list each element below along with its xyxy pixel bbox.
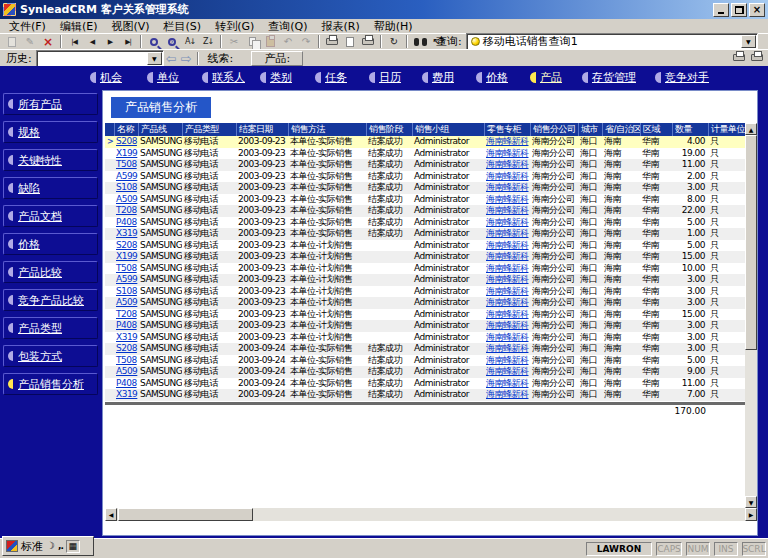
table-row[interactable]: A509SAMSUNG移动电话2003-09-23本单位-实际销售结案成功Adm… (105, 194, 745, 206)
scroll-up-button[interactable]: ▲ (745, 123, 757, 135)
cell-name[interactable]: T508 (114, 159, 138, 171)
table-row[interactable]: X199SAMSUNG移动电话2003-09-23本单位-计划销售Adminis… (105, 251, 745, 263)
cell-name[interactable]: A509 (114, 194, 138, 206)
find-button[interactable] (411, 34, 429, 49)
cell-retail_counter[interactable]: 海南蜂新科 (484, 355, 530, 367)
table-row[interactable]: T508SAMSUNG移动电话2003-09-24本单位-实际销售结案成功Adm… (105, 355, 745, 367)
table-row[interactable]: P408SAMSUNG移动电话2003-09-24本单位-实际销售结案成功Adm… (105, 378, 745, 390)
horizontal-scroll-thumb[interactable] (118, 508, 253, 521)
tab-competitor[interactable]: 竞争对手 (655, 70, 709, 85)
menu-file[interactable]: 文件(F) (2, 19, 53, 34)
cell-retail_counter[interactable]: 海南蜂新科 (484, 148, 530, 160)
table-row[interactable]: A509SAMSUNG移动电话2003-09-23本单位-计划销售Adminis… (105, 297, 745, 309)
table-row[interactable]: A599SAMSUNG移动电话2003-09-23本单位-计划销售Adminis… (105, 274, 745, 286)
cell-name[interactable]: A599 (114, 274, 138, 286)
cell-retail_counter[interactable]: 海南蜂新科 (484, 378, 530, 390)
column-header-city[interactable]: 城市 (578, 123, 602, 136)
cell-retail_counter[interactable]: 海南蜂新科 (484, 240, 530, 252)
table-row[interactable]: X319SAMSUNG移动电话2003-09-24本单位-实际销售结案成功Adm… (105, 389, 745, 401)
horizontal-scrollbar[interactable]: ◀ ▶ (105, 508, 757, 521)
refresh-button[interactable]: ↻ (385, 34, 403, 49)
table-row[interactable]: >S208SAMSUNG移动电话2003-09-23本单位-实际销售结案成功Ad… (105, 136, 745, 148)
scroll-left-button[interactable]: ◀ (105, 508, 117, 521)
column-header-region[interactable]: 区域 (640, 123, 672, 136)
table-row[interactable]: A509SAMSUNG移动电话2003-09-24本单位-实际销售结案成功Adm… (105, 366, 745, 378)
input-method-icon[interactable] (6, 540, 18, 552)
cell-name[interactable]: A509 (114, 366, 138, 378)
menu-edit[interactable]: 编辑(E) (53, 19, 105, 34)
table-row[interactable]: P408SAMSUNG移动电话2003-09-23本单位-实际销售结案成功Adm… (105, 217, 745, 229)
table-row[interactable]: S108SAMSUNG移动电话2003-09-23本单位-计划销售Adminis… (105, 286, 745, 298)
cell-name[interactable]: X319 (114, 389, 138, 401)
scroll-right-button[interactable]: ▶ (745, 508, 757, 521)
history-dropdown-arrow[interactable]: ▼ (147, 52, 162, 65)
cell-name[interactable]: T508 (114, 355, 138, 367)
tab-task[interactable]: 任务 (315, 70, 347, 85)
sidebar-item-price[interactable]: 价格 (3, 233, 98, 255)
cell-name[interactable]: T208 (114, 205, 138, 217)
vertical-scroll-thumb[interactable] (745, 135, 757, 350)
sidebar-item-product-docs[interactable]: 产品文档 (3, 205, 98, 227)
tab-product[interactable]: 产品 (530, 70, 562, 85)
cell-retail_counter[interactable]: 海南蜂新科 (484, 251, 530, 263)
soft-keyboard-icon[interactable]: ▦ (66, 540, 80, 553)
cell-name[interactable]: X199 (114, 148, 138, 160)
tab-account[interactable]: 单位 (147, 70, 179, 85)
cell-name[interactable]: X319 (114, 228, 138, 240)
first-record-button[interactable]: |◀ (65, 34, 83, 49)
cell-retail_counter[interactable]: 海南蜂新科 (484, 366, 530, 378)
tab-calendar[interactable]: 日历 (369, 70, 401, 85)
history-combobox[interactable]: ▼ (36, 50, 164, 67)
tab-opportunity[interactable]: 机会 (90, 70, 122, 85)
table-row[interactable]: A599SAMSUNG移动电话2003-09-23本单位-实际销售结案成功Adm… (105, 171, 745, 183)
tab-contact[interactable]: 联系人 (202, 70, 245, 85)
scroll-down-button[interactable]: ▼ (745, 496, 757, 508)
sidebar-item-key-features[interactable]: 关键特性 (3, 149, 98, 171)
cell-name[interactable]: P408 (114, 378, 138, 390)
cell-name[interactable]: A599 (114, 171, 138, 183)
cell-name[interactable]: A509 (114, 297, 138, 309)
column-header-quantity[interactable]: 数量 (672, 123, 708, 136)
cell-name[interactable]: S108 (114, 286, 138, 298)
table-row[interactable]: S208SAMSUNG移动电话2003-09-23本单位-计划销售Adminis… (105, 240, 745, 252)
cell-name[interactable]: X199 (114, 251, 138, 263)
last-record-button[interactable]: ▶| (119, 34, 137, 49)
cell-retail_counter[interactable]: 海南蜂新科 (484, 274, 530, 286)
restore-button[interactable] (731, 3, 747, 17)
cell-retail_counter[interactable]: 海南蜂新科 (484, 205, 530, 217)
report-button-1[interactable] (731, 50, 746, 64)
sort-ascending-button[interactable]: A↓ (181, 34, 199, 49)
cell-name[interactable]: T208 (114, 309, 138, 321)
cell-retail_counter[interactable]: 海南蜂新科 (484, 320, 530, 332)
tab-expense[interactable]: 费用 (422, 70, 454, 85)
menu-report[interactable]: 报表(R) (315, 19, 367, 34)
sidebar-item-product-category[interactable]: 产品类型 (3, 317, 98, 339)
history-back-icon[interactable]: ⇦ (166, 51, 177, 66)
table-row[interactable]: X199SAMSUNG移动电话2003-09-23本单位-实际销售结案成功Adm… (105, 148, 745, 160)
history-forward-icon[interactable]: ⇨ (181, 51, 192, 66)
sidebar-item-competitor-product-compare[interactable]: 竞争产品比较 (3, 289, 98, 311)
sidebar-item-product-sales-analysis[interactable]: 产品销售分析 (3, 373, 98, 395)
cell-retail_counter[interactable]: 海南蜂新科 (484, 309, 530, 321)
column-header-sales_branch[interactable]: 销售分公司 (530, 123, 578, 136)
sidebar-item-defects[interactable]: 缺陷 (3, 177, 98, 199)
cell-name[interactable]: T508 (114, 263, 138, 275)
column-header-sales_method[interactable]: 销售方法 (288, 123, 366, 136)
cell-retail_counter[interactable]: 海南蜂新科 (484, 343, 530, 355)
cell-retail_counter[interactable]: 海南蜂新科 (484, 194, 530, 206)
cell-name[interactable]: S208 (114, 240, 138, 252)
cell-retail_counter[interactable]: 海南蜂新科 (484, 171, 530, 183)
tab-category[interactable]: 类别 (260, 70, 292, 85)
export-button[interactable] (341, 34, 359, 49)
query-dropdown-arrow[interactable]: ▼ (741, 35, 756, 48)
table-row[interactable]: X319SAMSUNG移动电话2003-09-23本单位-实际销售结案成功Adm… (105, 228, 745, 240)
advanced-search-button[interactable] (163, 34, 181, 49)
menu-view[interactable]: 视图(V) (104, 19, 156, 34)
menu-goto[interactable]: 转到(G) (208, 19, 261, 34)
sidebar-item-packaging[interactable]: 包装方式 (3, 345, 98, 367)
cell-retail_counter[interactable]: 海南蜂新科 (484, 159, 530, 171)
table-row[interactable]: T208SAMSUNG移动电话2003-09-23本单位-计划销售Adminis… (105, 309, 745, 321)
previous-record-button[interactable]: ◀ (83, 34, 101, 49)
tab-price[interactable]: 价格 (476, 70, 508, 85)
tab-inventory[interactable]: 存货管理 (582, 70, 636, 85)
